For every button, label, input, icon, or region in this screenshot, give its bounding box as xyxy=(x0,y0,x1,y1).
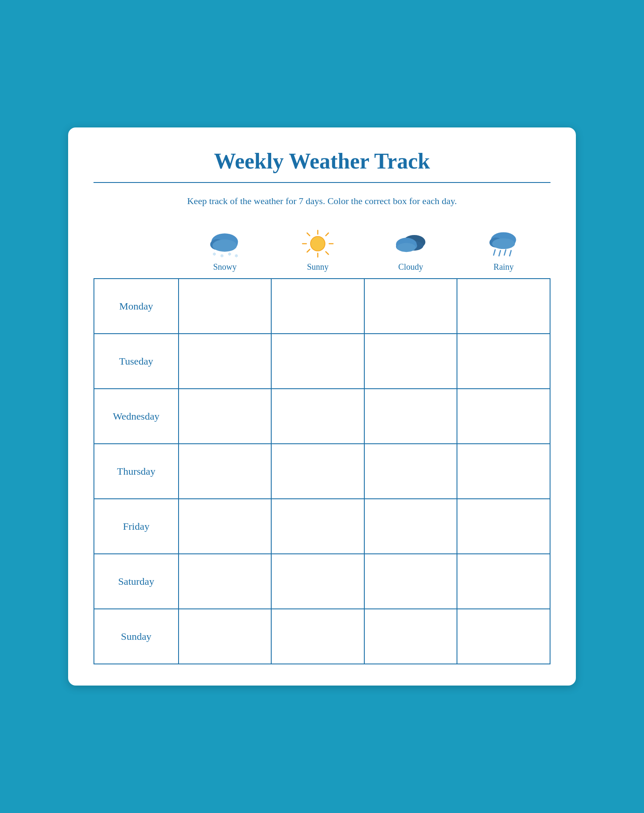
day-cell-friday: Friday xyxy=(94,499,179,554)
cloudy-icon xyxy=(392,228,430,260)
sunny-icon-cell: Sunny xyxy=(273,228,362,272)
svg-point-25 xyxy=(397,243,416,252)
cell-saturday-cloudy[interactable] xyxy=(364,554,457,609)
cell-sunday-rainy[interactable] xyxy=(457,609,550,664)
svg-text:❄: ❄ xyxy=(234,253,238,258)
table-body: MondayTusedayWednesdayThursdayFridaySatu… xyxy=(94,279,550,664)
table-row: Saturday xyxy=(94,554,550,609)
cell-wednesday-snowy[interactable] xyxy=(179,389,272,444)
cell-sunday-snowy[interactable] xyxy=(179,609,272,664)
cloudy-label: Cloudy xyxy=(398,262,423,272)
cell-monday-sunny[interactable] xyxy=(271,279,364,334)
table-wrapper: ❄ ❄ ❄ ❄ Snowy xyxy=(94,224,550,664)
cell-wednesday-sunny[interactable] xyxy=(271,389,364,444)
table-row: Tuseday xyxy=(94,334,550,389)
cell-monday-cloudy[interactable] xyxy=(364,279,457,334)
table-row: Friday xyxy=(94,499,550,554)
cell-thursday-cloudy[interactable] xyxy=(364,444,457,499)
svg-line-12 xyxy=(307,233,310,235)
svg-line-33 xyxy=(510,251,512,256)
subtitle: Keep track of the weather for 7 days. Co… xyxy=(94,196,550,207)
header-row: ❄ ❄ ❄ ❄ Snowy xyxy=(94,224,550,279)
svg-line-30 xyxy=(494,250,495,255)
rainy-header: Rainy xyxy=(457,224,550,279)
day-cell-thursday: Thursday xyxy=(94,444,179,499)
day-cell-saturday: Saturday xyxy=(94,554,179,609)
snowy-icon-cell: ❄ ❄ ❄ ❄ Snowy xyxy=(181,228,270,272)
cloudy-icon-cell: Cloudy xyxy=(366,228,455,272)
cell-friday-rainy[interactable] xyxy=(457,499,550,554)
cell-wednesday-rainy[interactable] xyxy=(457,389,550,444)
sunny-icon xyxy=(299,228,337,260)
svg-text:❄: ❄ xyxy=(213,252,217,257)
sunny-header: Sunny xyxy=(271,224,364,279)
cell-tuesday-snowy[interactable] xyxy=(179,334,272,389)
cell-friday-snowy[interactable] xyxy=(179,499,272,554)
cell-thursday-sunny[interactable] xyxy=(271,444,364,499)
rainy-icon xyxy=(484,228,523,260)
day-cell-monday: Monday xyxy=(94,279,179,334)
svg-line-14 xyxy=(326,233,328,235)
day-cell-tuesday: Tuseday xyxy=(94,334,179,389)
day-cell-wednesday: Wednesday xyxy=(94,389,179,444)
cell-monday-snowy[interactable] xyxy=(179,279,272,334)
table-row: Wednesday xyxy=(94,389,550,444)
cell-tuesday-rainy[interactable] xyxy=(457,334,550,389)
cell-tuesday-sunny[interactable] xyxy=(271,334,364,389)
cell-saturday-sunny[interactable] xyxy=(271,554,364,609)
page-container: Weekly Weather Track Keep track of the w… xyxy=(68,127,576,686)
cloudy-header: Cloudy xyxy=(364,224,457,279)
cell-thursday-rainy[interactable] xyxy=(457,444,550,499)
cell-friday-cloudy[interactable] xyxy=(364,499,457,554)
cell-monday-rainy[interactable] xyxy=(457,279,550,334)
cell-friday-sunny[interactable] xyxy=(271,499,364,554)
rainy-label: Rainy xyxy=(493,262,514,272)
weather-table: ❄ ❄ ❄ ❄ Snowy xyxy=(94,224,550,664)
svg-point-17 xyxy=(311,237,325,250)
svg-text:❄: ❄ xyxy=(228,252,232,257)
svg-line-13 xyxy=(326,252,328,254)
snowy-icon: ❄ ❄ ❄ ❄ xyxy=(206,228,244,260)
svg-point-3 xyxy=(213,240,237,252)
svg-point-29 xyxy=(492,238,515,249)
svg-line-31 xyxy=(499,251,501,256)
cell-saturday-snowy[interactable] xyxy=(179,554,272,609)
cell-sunday-cloudy[interactable] xyxy=(364,609,457,664)
table-row: Thursday xyxy=(94,444,550,499)
day-cell-sunday: Sunday xyxy=(94,609,179,664)
cell-sunday-sunny[interactable] xyxy=(271,609,364,664)
svg-line-15 xyxy=(307,249,310,252)
cell-saturday-rainy[interactable] xyxy=(457,554,550,609)
table-row: Monday xyxy=(94,279,550,334)
cell-tuesday-cloudy[interactable] xyxy=(364,334,457,389)
svg-line-32 xyxy=(504,250,506,255)
sunny-label: Sunny xyxy=(307,262,328,272)
cell-wednesday-cloudy[interactable] xyxy=(364,389,457,444)
page-title: Weekly Weather Track xyxy=(94,149,550,174)
table-row: Sunday xyxy=(94,609,550,664)
cell-thursday-snowy[interactable] xyxy=(179,444,272,499)
empty-header xyxy=(94,224,179,279)
svg-text:❄: ❄ xyxy=(220,253,224,258)
snowy-label: Snowy xyxy=(213,262,237,272)
rainy-icon-cell: Rainy xyxy=(459,228,548,272)
divider xyxy=(94,182,550,183)
snowy-header: ❄ ❄ ❄ ❄ Snowy xyxy=(179,224,272,279)
